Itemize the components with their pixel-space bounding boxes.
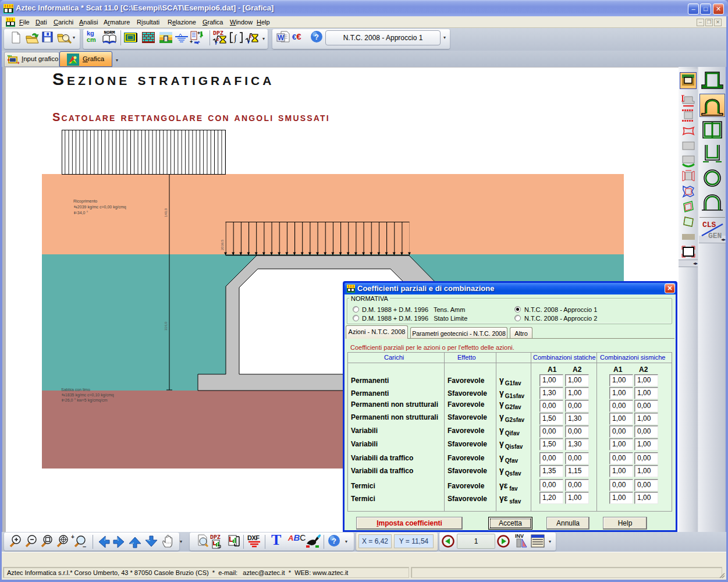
svg-text:Sabbia con limo: Sabbia con limo <box>61 388 90 392</box>
svg-text:?: ? <box>332 537 336 545</box>
svg-text:7: 7 <box>247 40 250 45</box>
svg-text:+: + <box>190 39 193 45</box>
svg-text:+: + <box>71 534 74 540</box>
svg-text:CLS: CLS <box>702 221 716 229</box>
svg-text:⇇34,0 °: ⇇34,0 ° <box>74 211 88 215</box>
svg-text:2039,5: 2039,5 <box>221 239 224 250</box>
svg-text:∫: ∫ <box>233 33 237 43</box>
svg-text:–: – <box>83 543 86 549</box>
svg-text:DPZ: DPZ <box>210 534 221 541</box>
svg-text:GEN: GEN <box>708 232 722 240</box>
svg-text:316,0: 316,0 <box>164 321 168 331</box>
svg-text:2: 2 <box>249 34 252 39</box>
svg-text:DXF: DXF <box>247 534 260 541</box>
svg-text:INV: INV <box>515 533 524 539</box>
svg-text:W: W <box>278 34 285 42</box>
svg-text:140,0: 140,0 <box>164 208 168 217</box>
svg-text:⇆2039 kg/mc c=0,00 kg/cmq: ⇆2039 kg/mc c=0,00 kg/cmq <box>74 205 126 210</box>
svg-text:DPZ: DPZ <box>213 30 223 37</box>
svg-text:7: 7 <box>215 41 218 46</box>
svg-text:⇆1835 kg/mc c=0,10 kg/cmq: ⇆1835 kg/mc c=0,10 kg/cmq <box>62 393 114 398</box>
svg-text:⇇26,0 ° kw=5 kg/cmq/cm: ⇇26,0 ° kw=5 kg/cmq/cm <box>62 398 108 403</box>
svg-text:Ricoprimento: Ricoprimento <box>73 199 97 204</box>
svg-text:+: + <box>197 30 200 36</box>
svg-text:?: ? <box>314 33 319 41</box>
